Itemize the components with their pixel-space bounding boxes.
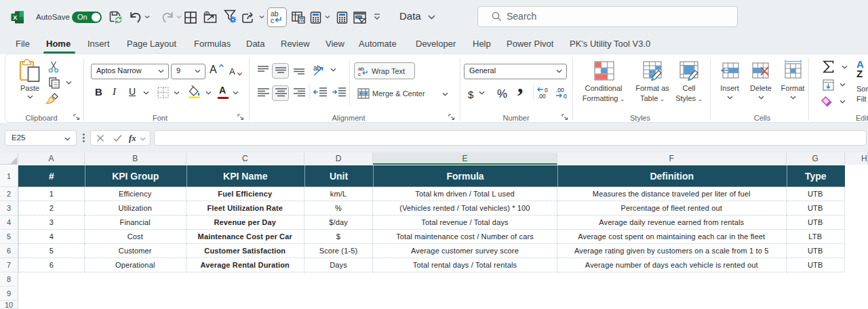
svg-text:.00: .00: [538, 93, 546, 99]
svg-text:c: c: [271, 16, 274, 24]
svg-text:c: c: [358, 71, 361, 77]
svg-text:X: X: [13, 14, 18, 21]
svg-text:0: 0: [564, 93, 567, 99]
